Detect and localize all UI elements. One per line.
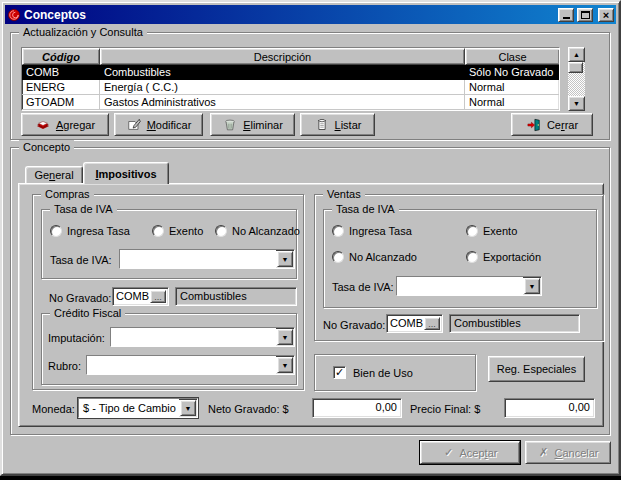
close-button[interactable]: × [598, 8, 614, 22]
tab-impositivos-label: Impositivos [95, 168, 156, 180]
column-header-clase[interactable]: Clase [465, 48, 559, 65]
ventas-no-gravado-code-field[interactable]: COMB ... [386, 314, 443, 333]
cell-clase: Normal [465, 80, 559, 95]
compras-tasa-iva-combo-value [120, 250, 276, 268]
ventas-no-gravado-browse-button[interactable]: ... [424, 317, 440, 330]
app-icon [7, 8, 21, 22]
scrollbar-track[interactable] [568, 62, 585, 96]
scroll-up-button[interactable]: ▲ [568, 47, 585, 62]
edit-pencil-icon [126, 117, 142, 132]
modificar-button[interactable]: Modificar [114, 113, 203, 136]
column-header-codigo[interactable]: Código [22, 48, 100, 65]
compras-tasa-iva-label: Tasa de IVA [50, 202, 117, 216]
ventas-label: Ventas [323, 187, 365, 201]
aceptar-button[interactable]: ✓ Aceptar [420, 441, 520, 464]
imputacion-combo[interactable]: ▼ [110, 327, 295, 347]
ventas-group: Ventas Tasa de IVA Ingresa Tasa Exento N… [314, 194, 604, 341]
eliminar-button[interactable]: Eliminar [210, 113, 295, 136]
listar-label: Listar [335, 119, 362, 131]
ventas-radio-exportacion[interactable] [466, 251, 478, 263]
ellipsis-icon: ... [428, 321, 436, 327]
tab-general[interactable]: General [25, 166, 83, 183]
tab-impositivos[interactable]: Impositivos [83, 162, 169, 184]
impositivos-tab-panel: Compras Tasa de IVA Ingresa Tasa Exento … [18, 183, 604, 427]
agregar-label: Agregar [56, 119, 95, 131]
bien-de-uso-panel: ✓ Bien de Uso [314, 354, 476, 391]
table-header-row: Código Descripción Clase [22, 48, 559, 65]
aceptar-label: Aceptar [460, 447, 498, 459]
ventas-radio-no-alcanzado[interactable] [332, 251, 344, 263]
cell-descripcion: Combustibles [100, 65, 465, 80]
ventas-tasa-iva-combo-arrow[interactable]: ▼ [524, 278, 540, 294]
precio-final-field[interactable]: 0,00 [504, 398, 595, 418]
column-header-descripcion[interactable]: Descripción [100, 48, 465, 65]
ventas-radio-ingresa-tasa[interactable] [332, 225, 344, 237]
ventas-no-gravado-description: Combustibles [449, 314, 580, 333]
cell-clase: Sólo No Gravado [465, 65, 559, 80]
moneda-combo-arrow[interactable]: ▼ [180, 400, 196, 416]
compras-no-gravado-browse-button[interactable]: ... [150, 290, 166, 303]
compras-tasa-iva-group: Tasa de IVA Ingresa Tasa Exento No Alcan… [41, 209, 297, 279]
tab-general-label: General [34, 169, 73, 181]
bien-de-uso-checkbox[interactable]: ✓ [333, 366, 346, 379]
compras-radio-exento[interactable] [152, 225, 164, 237]
x-icon: ✗ [537, 445, 549, 460]
cancelar-button[interactable]: ✗ Cancelar [525, 441, 611, 464]
moneda-label: Moneda: [32, 402, 75, 416]
compras-radio-no-alcanzado[interactable] [215, 225, 227, 237]
scroll-down-button[interactable]: ▼ [568, 96, 585, 111]
compras-radio-no-alcanzado-label: No Alcanzado [232, 224, 300, 238]
minimize-button[interactable] [558, 8, 574, 22]
compras-label: Compras [41, 187, 94, 201]
ventas-radio-ingresa-tasa-label: Ingresa Tasa [349, 224, 412, 238]
scroll-up-icon: ▲ [573, 51, 580, 58]
ventas-radio-exento-label: Exento [483, 224, 517, 238]
cell-descripcion: Gastos Administrativos [100, 95, 465, 110]
chevron-down-icon: ▼ [282, 334, 289, 341]
ventas-tasa-iva-combo-label: Tasa de IVA: [332, 280, 394, 294]
ventas-tasa-iva-label: Tasa de IVA [332, 202, 399, 216]
titlebar: Conceptos × [5, 5, 616, 24]
table-row[interactable]: COMB Combustibles Sólo No Gravado [22, 65, 559, 80]
cell-clase: Normal [465, 95, 559, 110]
imputacion-combo-value [111, 328, 276, 346]
ventas-tasa-iva-combo[interactable]: ▼ [396, 276, 542, 296]
cell-codigo: GTOADM [22, 95, 100, 110]
list-scroll-icon [314, 117, 330, 132]
compras-tasa-iva-combo-arrow[interactable]: ▼ [277, 251, 293, 267]
ellipsis-icon: ... [154, 294, 162, 300]
table-scrollbar[interactable]: ▲ ▼ [568, 47, 585, 111]
agregar-button[interactable]: Agregar [21, 113, 109, 136]
ventas-radio-exento[interactable] [466, 225, 478, 237]
conceptos-table: Código Descripción Clase COMB Combustibl… [21, 47, 560, 111]
add-books-icon [35, 117, 51, 132]
ventas-tasa-iva-group: Tasa de IVA Ingresa Tasa Exento No Alcan… [323, 209, 597, 308]
listar-button[interactable]: Listar [300, 113, 375, 136]
cerrar-button[interactable]: Cerrar [511, 113, 593, 136]
chevron-down-icon: ▼ [282, 256, 289, 263]
compras-no-gravado-description: Combustibles [175, 287, 297, 306]
rubro-combo-value [87, 356, 276, 374]
maximize-button[interactable] [577, 8, 593, 22]
compras-group: Compras Tasa de IVA Ingresa Tasa Exento … [32, 194, 304, 390]
cell-codigo: COMB [22, 65, 100, 80]
ventas-radio-no-alcanzado-label: No Alcanzado [349, 250, 417, 264]
reg-especiales-button[interactable]: Reg. Especiales [488, 356, 585, 382]
imputacion-label: Imputación: [48, 331, 105, 345]
chevron-down-icon: ▼ [529, 283, 536, 290]
compras-no-gravado-code-field[interactable]: COMB ... [112, 287, 169, 306]
compras-tasa-iva-combo[interactable]: ▼ [119, 249, 295, 269]
neto-gravado-field[interactable]: 0,00 [312, 398, 402, 418]
rubro-combo-arrow[interactable]: ▼ [277, 357, 293, 373]
compras-radio-ingresa-tasa[interactable] [50, 225, 62, 237]
rubro-combo[interactable]: ▼ [86, 355, 295, 375]
moneda-combo[interactable]: $ - Tipo de Cambio Ge ▼ [78, 398, 198, 418]
table-row[interactable]: ENERG Energía ( C.C.) Normal [22, 80, 559, 95]
table-row[interactable]: GTOADM Gastos Administrativos Normal [22, 95, 559, 110]
compras-no-gravado-label: No Gravado: [49, 291, 111, 305]
maximize-icon [581, 11, 590, 19]
imputacion-combo-arrow[interactable]: ▼ [277, 329, 293, 345]
scrollbar-thumb[interactable] [568, 62, 583, 73]
compras-radio-ingresa-tasa-label: Ingresa Tasa [67, 224, 130, 238]
credito-fiscal-label: Crédito Fiscal [50, 306, 125, 320]
